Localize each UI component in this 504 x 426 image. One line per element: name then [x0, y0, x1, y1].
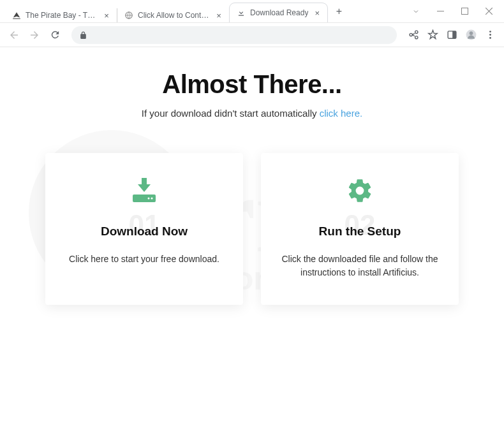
- close-window-button[interactable]: [477, 3, 500, 20]
- click-here-link[interactable]: click here.: [320, 108, 363, 119]
- close-icon[interactable]: ×: [101, 10, 112, 20]
- ship-icon: [11, 10, 22, 20]
- svg-point-10: [469, 31, 473, 35]
- window-controls: [404, 0, 504, 22]
- card-description: Click here to start your free download.: [61, 253, 228, 266]
- page-content: Almost There... If your download didn't …: [0, 47, 504, 426]
- maximize-button[interactable]: [453, 3, 476, 20]
- forward-button[interactable]: [26, 26, 43, 44]
- card-setup[interactable]: 02 Run the Setup Click the downloaded fi…: [261, 153, 459, 305]
- lock-icon: [79, 31, 88, 40]
- tab-label: Download Ready: [250, 8, 308, 17]
- download-icon: [236, 8, 246, 18]
- menu-icon[interactable]: [481, 26, 499, 44]
- side-panel-icon[interactable]: [443, 26, 461, 44]
- download-icon: [61, 175, 228, 207]
- svg-point-11: [489, 31, 491, 33]
- gear-icon: [276, 175, 443, 207]
- svg-point-12: [489, 34, 491, 36]
- globe-icon: [124, 10, 134, 20]
- svg-rect-6: [461, 8, 468, 15]
- tab-label: The Pirate Bay - The galaxy's mo: [26, 11, 98, 20]
- card-download[interactable]: 01 Download Now Click here to start your…: [45, 153, 243, 305]
- hero: Almost There... If your download didn't …: [0, 70, 504, 119]
- toolbar-actions: [404, 26, 499, 44]
- tab-pirate-bay[interactable]: The Pirate Bay - The galaxy's mo ×: [5, 8, 117, 22]
- profile-icon[interactable]: [462, 26, 480, 44]
- browser-titlebar: The Pirate Bay - The galaxy's mo × Click…: [0, 0, 504, 23]
- card-title: Download Now: [61, 224, 228, 239]
- card-title: Run the Setup: [276, 224, 443, 239]
- address-bar[interactable]: [71, 26, 397, 44]
- tab-label: Click Allow to Continue: [138, 11, 210, 20]
- steps-container: 01 Download Now Click here to start your…: [0, 153, 504, 305]
- chevron-down-icon[interactable]: [404, 3, 427, 20]
- new-tab-button[interactable]: +: [330, 3, 348, 20]
- browser-toolbar: [0, 23, 504, 47]
- svg-point-16: [151, 198, 153, 200]
- card-description: Click the downloaded file and follow the…: [276, 253, 443, 279]
- tab-download-ready[interactable]: Download Ready ×: [230, 3, 327, 22]
- close-icon[interactable]: ×: [214, 10, 224, 20]
- minimize-button[interactable]: [429, 3, 452, 20]
- back-button[interactable]: [5, 26, 23, 44]
- svg-point-13: [489, 37, 491, 39]
- svg-point-17: [148, 198, 150, 200]
- tab-click-allow[interactable]: Click Allow to Continue ×: [117, 8, 230, 22]
- bookmark-icon[interactable]: [424, 26, 441, 44]
- reload-button[interactable]: [46, 26, 64, 44]
- close-icon[interactable]: ×: [312, 8, 322, 18]
- subtitle-text: If your download didn't start automatica…: [142, 108, 320, 119]
- tab-strip: The Pirate Bay - The galaxy's mo × Click…: [0, 0, 348, 22]
- subtitle: If your download didn't start automatica…: [0, 108, 504, 119]
- svg-rect-8: [452, 31, 456, 38]
- share-icon[interactable]: [404, 26, 422, 44]
- svg-rect-5: [437, 11, 444, 11]
- svg-marker-14: [138, 178, 151, 192]
- page-title: Almost There...: [0, 70, 504, 99]
